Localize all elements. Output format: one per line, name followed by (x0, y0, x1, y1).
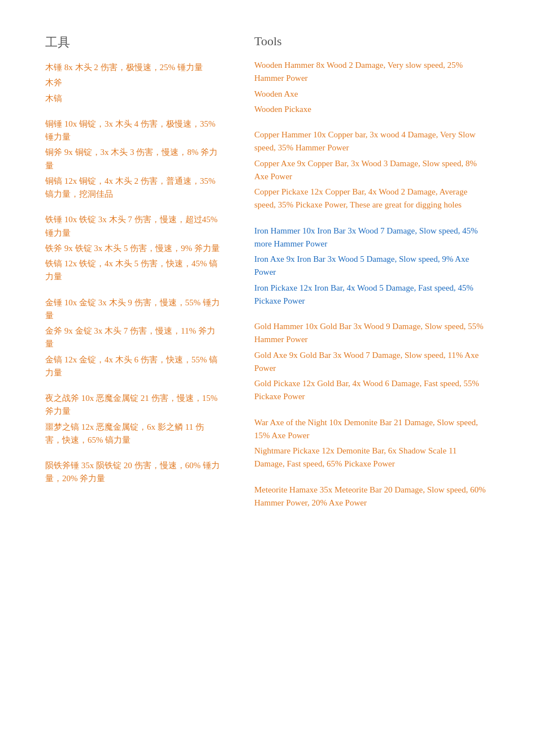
item-text: Gold Axe 9x Gold Bar 3x Wood 7 Damage, S… (254, 349, 489, 375)
list-item: Copper Axe 9x Copper Bar, 3x Wood 3 Dama… (254, 157, 489, 184)
item-text: Copper Hammer 10x Copper bar, 3x wood 4 … (254, 128, 489, 155)
item-text: Iron Axe 9x Iron Bar 3x Wood 5 Damage, S… (254, 253, 489, 279)
list-item: 金镐 12x 金锭，4x 木头 6 伤害，快速，55% 镐力量 (45, 353, 220, 380)
english-title: Tools (254, 34, 489, 49)
item-text: 铁锤 10x 铁锭 3x 木头 7 伤害，慢速，超过45% 锤力量 (45, 213, 220, 240)
list-item: 金斧 9x 金锭 3x 木头 7 伤害，慢速，11% 斧力量 (45, 325, 220, 351)
item-text: Wooden Hammer 8x Wood 2 Damage, Very slo… (254, 59, 489, 85)
item-text: 金锤 10x 金锭 3x 木头 9 伤害，慢速，55% 锤力量 (45, 296, 220, 323)
list-item: 木斧 (45, 76, 220, 89)
item-text: 木镐 (45, 92, 220, 105)
group: Wooden Hammer 8x Wood 2 Damage, Very slo… (254, 59, 489, 116)
list-item: 噩梦之镐 12x 恶魔金属锭，6x 影之鳞 11 伤害，快速，65% 镐力量 (45, 421, 220, 447)
item-text: Wooden Pickaxe (254, 103, 489, 116)
page: 工具 木锤 8x 木头 2 伤害，极慢速，25% 锤力量木斧木镐铜锤 10x 铜… (0, 0, 534, 756)
list-item: Meteorite Hamaxe 35x Meteorite Bar 20 Da… (254, 483, 489, 510)
chinese-title: 工具 (45, 34, 220, 51)
item-text: Meteorite Hamaxe 35x Meteorite Bar 20 Da… (254, 483, 489, 510)
group: War Axe of the Night 10x Demonite Bar 21… (254, 416, 489, 471)
item-text: Iron Pickaxe 12x Iron Bar, 4x Wood 5 Dam… (254, 282, 489, 308)
item-text: 金斧 9x 金锭 3x 木头 7 伤害，慢速，11% 斧力量 (45, 325, 220, 351)
item-text: Copper Pickaxe 12x Copper Bar, 4x Wood 2… (254, 185, 489, 212)
item-text: Nightmare Pickaxe 12x Demonite Bar, 6x S… (254, 444, 489, 471)
list-item: 铁镐 12x 铁锭，4x 木头 5 伤害，快速，45% 镐力量 (45, 257, 220, 284)
english-column: Tools Wooden Hammer 8x Wood 2 Damage, Ve… (237, 34, 489, 722)
list-item: Iron Pickaxe 12x Iron Bar, 4x Wood 5 Dam… (254, 282, 489, 308)
list-item: Wooden Axe (254, 88, 489, 101)
list-item: 夜之战斧 10x 恶魔金属锭 21 伤害，慢速，15% 斧力量 (45, 392, 220, 418)
list-item: Wooden Pickaxe (254, 103, 489, 116)
list-item: 铁斧 9x 铁锭 3x 木头 5 伤害，慢速，9% 斧力量 (45, 242, 220, 255)
list-item: 金锤 10x 金锭 3x 木头 9 伤害，慢速，55% 锤力量 (45, 296, 220, 323)
group: Copper Hammer 10x Copper bar, 3x wood 4 … (254, 128, 489, 212)
item-text: Gold Pickaxe 12x Gold Bar, 4x Wood 6 Dam… (254, 377, 489, 404)
group: 铜锤 10x 铜锭，3x 木头 4 伤害，极慢速，35% 锤力量铜斧 9x 铜锭… (45, 118, 220, 201)
list-item: 铁锤 10x 铁锭 3x 木头 7 伤害，慢速，超过45% 锤力量 (45, 213, 220, 240)
list-item: Wooden Hammer 8x Wood 2 Damage, Very slo… (254, 59, 489, 85)
list-item: 铜斧 9x 铜锭，3x 木头 3 伤害，慢速，8% 斧力量 (45, 146, 220, 172)
item-text: Iron Hammer 10x Iron Bar 3x Wood 7 Damag… (254, 224, 489, 251)
list-item: Nightmare Pickaxe 12x Demonite Bar, 6x S… (254, 444, 489, 471)
group: Iron Hammer 10x Iron Bar 3x Wood 7 Damag… (254, 224, 489, 308)
list-item: 铜镐 12x 铜锭，4x 木头 2 伤害，普通速，35% 镐力量，挖洞佳品 (45, 175, 220, 201)
list-item: Gold Hammer 10x Gold Bar 3x Wood 9 Damag… (254, 320, 489, 347)
group: 金锤 10x 金锭 3x 木头 9 伤害，慢速，55% 锤力量金斧 9x 金锭 … (45, 296, 220, 380)
item-text: 铁斧 9x 铁锭 3x 木头 5 伤害，慢速，9% 斧力量 (45, 242, 220, 255)
list-item: Gold Axe 9x Gold Bar 3x Wood 7 Damage, S… (254, 349, 489, 375)
list-item: Copper Pickaxe 12x Copper Bar, 4x Wood 2… (254, 185, 489, 212)
list-item: 木锤 8x 木头 2 伤害，极慢速，25% 锤力量 (45, 61, 220, 74)
group: Meteorite Hamaxe 35x Meteorite Bar 20 Da… (254, 483, 489, 510)
item-text: 夜之战斧 10x 恶魔金属锭 21 伤害，慢速，15% 斧力量 (45, 392, 220, 418)
group: 夜之战斧 10x 恶魔金属锭 21 伤害，慢速，15% 斧力量噩梦之镐 12x … (45, 392, 220, 447)
item-text: Gold Hammer 10x Gold Bar 3x Wood 9 Damag… (254, 320, 489, 347)
list-item: Copper Hammer 10x Copper bar, 3x wood 4 … (254, 128, 489, 155)
item-text: 铁镐 12x 铁锭，4x 木头 5 伤害，快速，45% 镐力量 (45, 257, 220, 284)
list-item: 铜锤 10x 铜锭，3x 木头 4 伤害，极慢速，35% 锤力量 (45, 118, 220, 144)
group: 陨铁斧锤 35x 陨铁锭 20 伤害，慢速，60% 锤力量，20% 斧力量 (45, 459, 220, 486)
item-text: 噩梦之镐 12x 恶魔金属锭，6x 影之鳞 11 伤害，快速，65% 镐力量 (45, 421, 220, 447)
item-text: Wooden Axe (254, 88, 489, 101)
chinese-column: 工具 木锤 8x 木头 2 伤害，极慢速，25% 锤力量木斧木镐铜锤 10x 铜… (45, 34, 237, 722)
item-text: 金镐 12x 金锭，4x 木头 6 伤害，快速，55% 镐力量 (45, 353, 220, 380)
item-text: 木锤 8x 木头 2 伤害，极慢速，25% 锤力量 (45, 61, 220, 74)
item-text: Copper Axe 9x Copper Bar, 3x Wood 3 Dama… (254, 157, 489, 184)
item-text: 铜镐 12x 铜锭，4x 木头 2 伤害，普通速，35% 镐力量，挖洞佳品 (45, 175, 220, 201)
list-item: Iron Axe 9x Iron Bar 3x Wood 5 Damage, S… (254, 253, 489, 279)
group: Gold Hammer 10x Gold Bar 3x Wood 9 Damag… (254, 320, 489, 404)
list-item: Gold Pickaxe 12x Gold Bar, 4x Wood 6 Dam… (254, 377, 489, 404)
item-text: 铜锤 10x 铜锭，3x 木头 4 伤害，极慢速，35% 锤力量 (45, 118, 220, 144)
group: 木锤 8x 木头 2 伤害，极慢速，25% 锤力量木斧木镐 (45, 61, 220, 105)
item-text: 陨铁斧锤 35x 陨铁锭 20 伤害，慢速，60% 锤力量，20% 斧力量 (45, 459, 220, 486)
list-item: 木镐 (45, 92, 220, 105)
item-text: 铜斧 9x 铜锭，3x 木头 3 伤害，慢速，8% 斧力量 (45, 146, 220, 172)
item-text: 木斧 (45, 76, 220, 89)
item-text: War Axe of the Night 10x Demonite Bar 21… (254, 416, 489, 443)
group: 铁锤 10x 铁锭 3x 木头 7 伤害，慢速，超过45% 锤力量铁斧 9x 铁… (45, 213, 220, 283)
list-item: War Axe of the Night 10x Demonite Bar 21… (254, 416, 489, 443)
list-item: 陨铁斧锤 35x 陨铁锭 20 伤害，慢速，60% 锤力量，20% 斧力量 (45, 459, 220, 486)
list-item: Iron Hammer 10x Iron Bar 3x Wood 7 Damag… (254, 224, 489, 251)
